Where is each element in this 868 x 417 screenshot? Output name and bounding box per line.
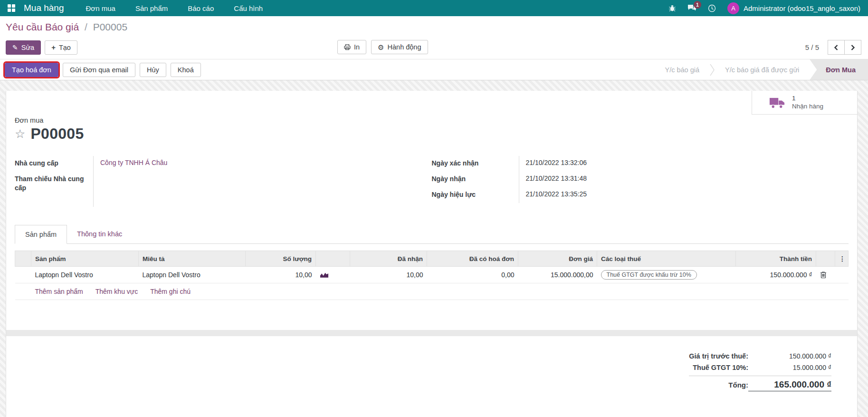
col-received[interactable]: Đã nhận bbox=[350, 251, 427, 267]
main-menus: Đơn mua Sản phẩm Báo cáo Cấu hình bbox=[86, 4, 263, 12]
total-value: 165.000.000 ₫ bbox=[748, 379, 831, 391]
col-product[interactable]: Sản phẩm bbox=[31, 251, 139, 267]
add-line-row: Thêm sản phẩm Thêm khu vực Thêm ghi chú bbox=[15, 283, 849, 300]
field-value-receipt-date[interactable]: 21/10/2022 13:31:48 bbox=[519, 172, 711, 187]
cell-unit-price[interactable]: 15.000.000,00 bbox=[518, 267, 597, 283]
cancel-button[interactable]: Hủy bbox=[140, 63, 166, 77]
add-section-link[interactable]: Thêm khu vực bbox=[95, 288, 138, 295]
tab-products[interactable]: Sản phẩm bbox=[15, 225, 67, 244]
menu-bao-cao[interactable]: Báo cáo bbox=[188, 4, 214, 12]
cell-received[interactable]: 10,00 bbox=[350, 267, 427, 283]
print-button-label: In bbox=[354, 43, 360, 51]
create-button-label: Tạo bbox=[59, 44, 71, 51]
messages-icon[interactable]: 1 bbox=[687, 4, 696, 12]
gear-icon: ⚙ bbox=[378, 44, 384, 51]
edit-button[interactable]: ✎ Sửa bbox=[6, 40, 41, 55]
plus-icon: + bbox=[51, 44, 56, 51]
truck-icon bbox=[769, 97, 785, 108]
receipt-stat-button[interactable]: 1 Nhận hàng bbox=[752, 91, 857, 115]
menu-san-pham[interactable]: Sản phẩm bbox=[135, 4, 168, 12]
apps-menu-icon[interactable] bbox=[8, 4, 15, 12]
col-subtotal[interactable]: Thành tiền bbox=[736, 251, 816, 267]
delete-row-trash-icon[interactable] bbox=[816, 267, 835, 283]
tax-tag[interactable]: Thuế GTGT được khấu trừ 10% bbox=[601, 270, 697, 280]
favorite-star-icon[interactable]: ☆ bbox=[15, 128, 25, 140]
field-value-confirm-date[interactable]: 21/10/2022 13:32:06 bbox=[519, 156, 711, 172]
menu-cau-hinh[interactable]: Cấu hình bbox=[234, 4, 263, 12]
field-label-confirm-date: Ngày xác nhận bbox=[432, 156, 519, 172]
totals-section: Giá trị trước thuế: 150.000.000 ₫ Thuế G… bbox=[6, 336, 857, 412]
user-name: Administrator (odoo15_anglo_saxon) bbox=[744, 4, 860, 12]
add-note-link[interactable]: Thêm ghi chú bbox=[150, 288, 191, 295]
table-row[interactable]: Laptopn Dell Vostro Laptopn Dell Vostro … bbox=[15, 267, 849, 283]
page-title: P00005 bbox=[30, 125, 84, 143]
breadcrumb: Yêu cầu Báo giá / P00005 bbox=[6, 21, 868, 33]
field-value-effective-date[interactable]: 21/10/2022 13:35:25 bbox=[519, 187, 711, 203]
messages-count-badge: 1 bbox=[694, 1, 701, 9]
user-menu[interactable]: A Administrator (odoo15_anglo_saxon) bbox=[727, 2, 860, 14]
field-label-receipt-date: Ngày nhận bbox=[432, 172, 519, 187]
untaxed-amount-label: Giá trị trước thuế: bbox=[689, 352, 748, 360]
state-separator-icon bbox=[710, 64, 715, 76]
row-handle[interactable] bbox=[15, 267, 31, 283]
avatar: A bbox=[727, 2, 739, 14]
cell-subtotal: 150.000.000 ₫ bbox=[736, 267, 816, 283]
app-name[interactable]: Mua hàng bbox=[24, 3, 64, 13]
action-button-label: Hành động bbox=[388, 43, 421, 51]
create-invoice-button[interactable]: Tạo hoá đơn bbox=[5, 63, 58, 77]
state-rfq[interactable]: Y/c báo giá bbox=[654, 66, 710, 74]
receipt-label: Nhận hàng bbox=[792, 103, 823, 111]
optional-columns-toggle-icon[interactable]: ⋮ bbox=[835, 251, 849, 267]
state-rfq-sent[interactable]: Y/c báo giá đã được gửi bbox=[715, 66, 810, 74]
form-statusbar: Tạo hoá đơn Gửi Đơn qua email Hủy Khoá Y… bbox=[0, 59, 868, 80]
print-button[interactable]: In bbox=[337, 40, 366, 54]
pager-value: 5 / 5 bbox=[805, 43, 819, 51]
cell-taxes[interactable]: Thuế GTGT được khấu trừ 10% bbox=[597, 267, 736, 283]
cell-product[interactable]: Laptopn Dell Vostro bbox=[31, 267, 139, 283]
sheet-divider-band bbox=[6, 330, 857, 336]
activities-clock-icon[interactable] bbox=[708, 4, 716, 12]
notebook-tabs: Sản phẩm Thông tin khác bbox=[15, 225, 849, 244]
pencil-icon: ✎ bbox=[12, 44, 18, 51]
forecast-chart-icon[interactable] bbox=[316, 267, 350, 283]
col-quantity[interactable]: Số lượng bbox=[246, 251, 316, 267]
menu-don-mua[interactable]: Đơn mua bbox=[86, 4, 115, 12]
add-product-link[interactable]: Thêm sản phẩm bbox=[35, 288, 83, 295]
col-trash bbox=[816, 251, 835, 267]
tax-amount-value: 15.000.000 ₫ bbox=[748, 364, 831, 371]
col-forecast bbox=[316, 251, 350, 267]
tab-other-info[interactable]: Thông tin khác bbox=[67, 225, 132, 244]
form-sheet: 1 Nhận hàng Đơn mua ☆ P00005 Nhà cung cấ… bbox=[6, 91, 858, 417]
breadcrumb-separator: / bbox=[85, 21, 87, 32]
col-taxes[interactable]: Các loại thuế bbox=[597, 251, 736, 267]
lock-button[interactable]: Khoá bbox=[171, 63, 201, 77]
pager-previous-button[interactable] bbox=[828, 40, 845, 55]
state-purchase-order-active[interactable]: Đơn Mua bbox=[810, 59, 868, 80]
field-label-vendor-reference: Tham chiếu Nhà cung cấp bbox=[15, 172, 93, 207]
top-navbar: Mua hàng Đơn mua Sản phẩm Báo cáo Cấu hì… bbox=[0, 0, 868, 16]
col-billed[interactable]: Đã có hoá đơn bbox=[427, 251, 518, 267]
cell-billed[interactable]: 0,00 bbox=[427, 267, 518, 283]
receipt-count: 1 bbox=[792, 95, 823, 103]
cell-description[interactable]: Laptopn Dell Vostro bbox=[139, 267, 246, 283]
action-button[interactable]: ⚙ Hành động bbox=[371, 40, 428, 54]
total-label: Tổng: bbox=[728, 381, 748, 389]
untaxed-amount-value: 150.000.000 ₫ bbox=[748, 352, 831, 360]
field-label-effective-date: Ngày hiệu lực bbox=[432, 187, 519, 203]
breadcrumb-parent-link[interactable]: Yêu cầu Báo giá bbox=[6, 21, 79, 32]
col-description[interactable]: Miêu tả bbox=[139, 251, 246, 267]
printer-icon bbox=[344, 44, 351, 50]
col-unit-price[interactable]: Đơn giá bbox=[518, 251, 597, 267]
table-header-row: Sản phẩm Miêu tả Số lượng Đã nhận Đã có … bbox=[15, 251, 849, 267]
cell-quantity[interactable]: 10,00 bbox=[246, 267, 316, 283]
edit-button-label: Sửa bbox=[21, 44, 34, 51]
tax-amount-label: Thuế GTGT 10%: bbox=[693, 364, 748, 371]
breadcrumb-current: P00005 bbox=[93, 21, 127, 32]
field-value-vendor-reference[interactable] bbox=[93, 172, 432, 207]
debug-bug-icon[interactable] bbox=[668, 4, 676, 12]
doc-type-label: Đơn mua bbox=[15, 91, 849, 124]
field-value-vendor-link[interactable]: Công ty TNHH Á Châu bbox=[100, 159, 167, 166]
create-button[interactable]: + Tạo bbox=[45, 40, 77, 55]
pager-next-button[interactable] bbox=[844, 40, 861, 55]
send-by-email-button[interactable]: Gửi Đơn qua email bbox=[63, 63, 135, 77]
